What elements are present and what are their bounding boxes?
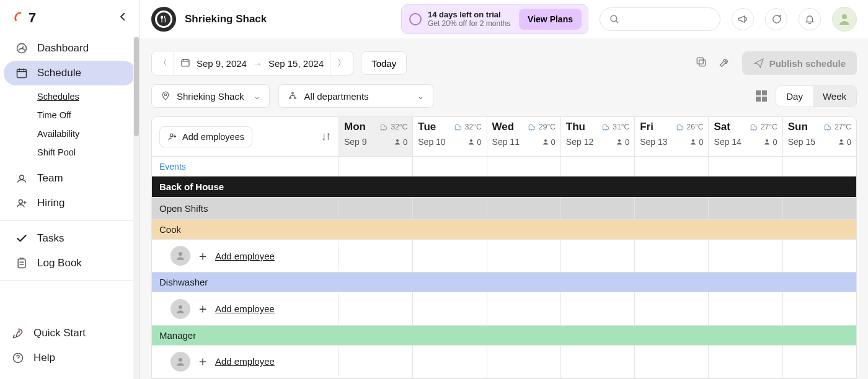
svg-rect-4 <box>18 259 25 268</box>
location-filter-label: Shrieking Shack <box>177 91 244 102</box>
person-icon <box>763 138 771 146</box>
sidebar-item-label: Team <box>37 172 63 185</box>
date-range-button[interactable]: Sep 9, 2024 → Sep 15, 2024 <box>174 51 330 75</box>
today-button[interactable]: Today <box>361 51 407 75</box>
chat-button[interactable] <box>765 8 787 30</box>
toggle-day[interactable]: Day <box>776 86 813 107</box>
rain-icon <box>378 122 388 132</box>
sidebar-item-hiring[interactable]: Hiring <box>4 191 136 216</box>
day-column-sat[interactable]: Sat 27°C Sep 14 0 <box>709 117 782 156</box>
sidebar-item-quickstart[interactable]: Quick Start <box>0 321 140 346</box>
add-employee-manager[interactable]: Add employee <box>215 356 275 367</box>
location-filter[interactable]: Shrieking Shack ⌄ <box>151 84 270 108</box>
sidebar-sub-availability[interactable]: Availability <box>37 125 136 142</box>
day-column-mon[interactable]: Mon 32°C Sep 9 0 <box>339 117 413 156</box>
date-start: Sep 9, 2024 <box>197 58 247 69</box>
temperature: 27°C <box>835 123 851 131</box>
sidebar-sub-shiftpool[interactable]: Shift Pool <box>37 144 136 161</box>
department-filter[interactable]: All departments ⌄ <box>278 84 433 108</box>
weather: 27°C <box>748 122 777 132</box>
publish-label: Publish schedule <box>769 58 846 69</box>
calendar-icon <box>15 66 29 80</box>
sidebar-divider <box>0 220 140 221</box>
svg-point-24 <box>179 252 182 256</box>
add-employees-label: Add employees <box>182 132 244 142</box>
day-column-sun[interactable]: Sun 27°C Sep 15 0 <box>783 117 856 156</box>
add-employee-dishwasher[interactable]: Add employee <box>215 303 275 314</box>
add-employee-cook[interactable]: Add employee <box>215 251 275 261</box>
sidebar-item-tasks[interactable]: Tasks <box>4 226 136 251</box>
svg-point-25 <box>179 305 182 309</box>
rain-icon <box>453 122 463 132</box>
temperature: 32°C <box>391 123 407 131</box>
sidebar-scrollbar[interactable] <box>133 37 140 379</box>
sidebar-item-schedule[interactable]: Schedule <box>4 61 136 85</box>
person-plus-icon <box>167 132 177 142</box>
check-icon <box>15 232 29 245</box>
date-string: Sep 9 <box>344 137 367 147</box>
person-icon <box>689 138 697 146</box>
sidebar-sub-schedules[interactable]: Schedules <box>37 88 136 105</box>
sort-icon <box>321 132 331 142</box>
trial-discount-text: Get 20% off for 2 months <box>428 20 510 28</box>
date-string: Sep 10 <box>418 137 445 147</box>
search-input[interactable] <box>600 7 720 31</box>
employee-count: 0 <box>763 137 777 147</box>
group-back-of-house: Back of House <box>152 176 339 197</box>
open-shifts-row[interactable]: Open Shifts <box>152 198 339 219</box>
department-filter-label: All departments <box>304 91 368 102</box>
dashboard-icon <box>15 41 29 55</box>
day-column-thu[interactable]: Thu 31°C Sep 12 0 <box>561 117 635 156</box>
day-column-tue[interactable]: Tue 32°C Sep 10 0 <box>413 117 487 156</box>
person-icon <box>616 138 623 146</box>
temperature: 26°C <box>687 123 704 131</box>
sidebar-item-dashboard[interactable]: Dashboard <box>4 36 136 61</box>
date-nav-group: 〈 Sep 9, 2024 → Sep 15, 2024 〉 <box>151 51 353 76</box>
view-plans-button[interactable]: View Plans <box>519 9 582 30</box>
team-icon <box>15 172 29 185</box>
sidebar-item-label: Dashboard <box>37 42 89 54</box>
weather: 32°C <box>453 122 482 132</box>
day-column-fri[interactable]: Fri 26°C Sep 13 0 <box>635 117 709 156</box>
events-link[interactable]: Events <box>152 157 339 176</box>
temperature: 29°C <box>539 123 556 131</box>
sidebar-collapse-button[interactable] <box>117 11 128 25</box>
prev-week-button[interactable]: 〈 <box>152 51 174 75</box>
toggle-week[interactable]: Week <box>813 86 856 107</box>
empty-avatar <box>170 352 190 372</box>
chevron-left-icon <box>117 11 128 22</box>
add-employees-button[interactable]: Add employees <box>159 126 252 147</box>
trial-days-left: 14 days left on trial <box>428 11 510 20</box>
date-string: Sep 15 <box>788 137 815 147</box>
svg-rect-10 <box>699 60 705 66</box>
person-icon <box>837 12 852 27</box>
day-column-wed[interactable]: Wed 29°C Sep 11 0 <box>487 117 561 156</box>
sidebar-item-team[interactable]: Team <box>4 166 136 191</box>
employee-count: 0 <box>838 137 851 147</box>
pin-icon <box>161 91 170 101</box>
wrench-icon <box>719 56 731 68</box>
next-week-button[interactable]: 〉 <box>330 51 353 75</box>
svg-point-23 <box>840 139 843 142</box>
employee-count: 0 <box>467 137 481 147</box>
rain-icon <box>600 122 610 132</box>
logo-text: 7 <box>29 10 36 26</box>
rain-icon <box>748 122 758 132</box>
tools-button[interactable] <box>719 56 733 71</box>
sidebar-item-logbook[interactable]: Log Book <box>4 251 136 276</box>
topbar: Shrieking Shack 14 days left on trial Ge… <box>140 0 868 38</box>
sidebar-sub-timeoff[interactable]: Time Off <box>37 107 136 124</box>
user-avatar[interactable] <box>832 7 857 32</box>
announcements-button[interactable] <box>732 8 754 30</box>
weather: 29°C <box>526 122 556 132</box>
svg-point-17 <box>396 139 399 142</box>
sort-button[interactable] <box>321 132 331 142</box>
sidebar-item-help[interactable]: Help <box>0 346 140 370</box>
grid-view-button[interactable] <box>756 90 767 102</box>
publish-schedule-button[interactable]: Publish schedule <box>742 51 857 75</box>
employee-count: 0 <box>542 137 556 147</box>
person-icon <box>394 138 401 146</box>
notifications-button[interactable] <box>799 8 821 30</box>
copy-button[interactable] <box>695 56 710 71</box>
svg-point-5 <box>19 331 20 333</box>
